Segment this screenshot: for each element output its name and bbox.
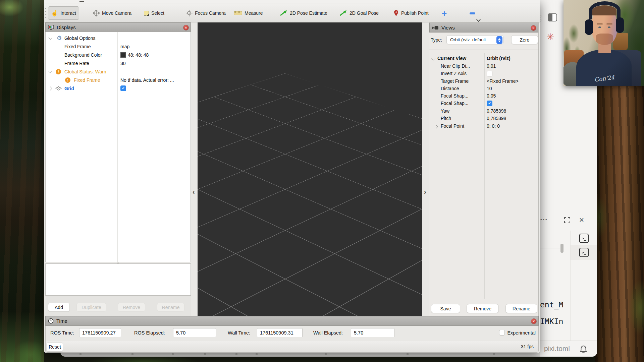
- right-splitter[interactable]: ›: [422, 22, 429, 316]
- red-pin-icon: [393, 10, 399, 16]
- views-panel-header[interactable]: Views ✕: [429, 23, 538, 33]
- tree-row-grid[interactable]: Grid ✓: [46, 84, 191, 93]
- focal-shape-checkbox[interactable]: ✓: [487, 101, 492, 106]
- invert-z-checkbox[interactable]: [487, 71, 492, 76]
- ros-time-input[interactable]: 1761150909.27: [79, 328, 121, 337]
- views-close-button[interactable]: ✕: [531, 25, 536, 31]
- views-camera-icon: [432, 25, 439, 30]
- row-value[interactable]: 0,785398: [487, 116, 506, 121]
- view-row-focal-shape-fixed[interactable]: Focal Shap... ✓: [429, 101, 538, 108]
- tool-2d-pose-estimate[interactable]: 2D Pose Estimate: [277, 6, 330, 20]
- row-label: Current View: [437, 56, 466, 61]
- toolbar-overflow-chevron-icon[interactable]: [476, 17, 481, 22]
- chevron-down-icon[interactable]: [48, 69, 52, 73]
- bell-icon[interactable]: [579, 345, 588, 354]
- duplicate-display-button[interactable]: Duplicate: [76, 303, 106, 312]
- row-value[interactable]: 0,01: [487, 63, 496, 69]
- view-row-target-frame[interactable]: Target Frame <Fixed Frame>: [429, 78, 538, 86]
- grid-enabled-checkbox[interactable]: ✓: [120, 85, 126, 91]
- view-type-combobox[interactable]: Orbit (rviz_default: [446, 35, 503, 44]
- headphones-earcup: [616, 17, 624, 33]
- displays-panel-header[interactable]: Displays ✕: [45, 22, 191, 32]
- divider: [540, 248, 560, 248]
- close-icon[interactable]: ✕: [579, 216, 584, 224]
- tool-select[interactable]: Select: [141, 6, 167, 20]
- divider: [556, 216, 556, 230]
- collapse-right-chevron[interactable]: ›: [424, 188, 426, 196]
- more-options-icon[interactable]: •••: [540, 217, 548, 222]
- view-row-pitch[interactable]: Pitch 0,785398: [429, 116, 538, 123]
- chevron-right-icon[interactable]: [48, 86, 52, 90]
- row-value[interactable]: <Fixed Frame>: [487, 78, 519, 84]
- view-row-invert-z[interactable]: Invert Z Axis: [429, 71, 538, 78]
- add-tool-button[interactable]: +: [442, 9, 447, 18]
- view-row-current-view[interactable]: Current View Orbit (rviz): [429, 56, 538, 63]
- zero-button[interactable]: Zero: [511, 35, 538, 44]
- wall-elapsed-input[interactable]: 5.70: [351, 328, 394, 337]
- tree-row-fixed-frame-status[interactable]: ! Fixed Frame No tf data. Actual error: …: [46, 76, 191, 84]
- tool-label: Interact: [60, 10, 76, 16]
- save-view-button[interactable]: Save: [431, 304, 460, 313]
- ros-elapsed-input[interactable]: 5.70: [173, 328, 216, 337]
- terminal-icon[interactable]: >_: [579, 234, 589, 243]
- row-value[interactable]: 10: [487, 86, 492, 91]
- terminal-icon[interactable]: >_: [579, 248, 589, 257]
- 3d-viewport[interactable]: [198, 22, 422, 316]
- view-row-yaw[interactable]: Yaw 0,785398: [429, 108, 538, 116]
- view-type-value: Orbit (rviz_default: [450, 37, 486, 42]
- tool-label: Move Camera: [102, 10, 131, 16]
- tool-publish-point[interactable]: Publish Point: [391, 6, 431, 20]
- view-row-near-clip[interactable]: Near Clip Di... 0,01: [429, 63, 538, 71]
- rename-display-button[interactable]: Rename: [157, 303, 184, 312]
- reset-button[interactable]: Reset: [47, 343, 63, 351]
- remove-tool-button[interactable]: [470, 12, 475, 14]
- tool-move-camera[interactable]: Move Camera: [90, 6, 134, 20]
- view-row-focal-shape-size[interactable]: Focal Shap... 0,05: [429, 93, 538, 101]
- chevron-right-icon[interactable]: [434, 125, 438, 128]
- color-swatch[interactable]: [120, 52, 126, 58]
- view-type-row: Type: Orbit (rviz_default Zero: [429, 35, 538, 45]
- tree-row-fixed-frame[interactable]: Fixed Frame map: [46, 42, 191, 51]
- chevron-down-icon[interactable]: [48, 36, 52, 39]
- add-display-button[interactable]: Add: [48, 303, 70, 312]
- scrollbar-thumb[interactable]: [560, 244, 564, 253]
- row-value[interactable]: 0,05: [487, 93, 496, 99]
- tool-focus-camera[interactable]: Focus Camera: [183, 6, 228, 20]
- remove-display-button[interactable]: Remove: [118, 303, 145, 312]
- tool-2d-goal-pose[interactable]: 2D Goal Pose: [336, 6, 381, 20]
- row-value[interactable]: 30: [120, 61, 126, 66]
- tree-row-frame-rate[interactable]: Frame Rate 30: [46, 59, 191, 67]
- rename-view-button[interactable]: Rename: [505, 304, 537, 313]
- row-value[interactable]: 0,785398: [487, 108, 506, 114]
- chevron-down-icon[interactable]: [431, 57, 435, 60]
- toolbar-grip-handle[interactable]: [45, 8, 46, 19]
- clock-icon: [48, 318, 54, 324]
- statusbar-filename[interactable]: pixi.toml: [544, 345, 570, 353]
- starburst-icon[interactable]: ✳: [546, 32, 554, 43]
- displays-close-button[interactable]: ✕: [183, 25, 189, 30]
- time-close-button[interactable]: ✕: [531, 319, 536, 324]
- row-value[interactable]: 0; 0; 0: [487, 123, 500, 129]
- tree-row-background-color[interactable]: Background Color 48; 48; 48: [46, 51, 191, 59]
- left-splitter[interactable]: ‹: [191, 22, 198, 316]
- tool-interact[interactable]: ☝ Interact: [48, 6, 79, 20]
- tree-row-global-options[interactable]: ⚙ Global Options: [46, 34, 191, 42]
- experimental-checkbox[interactable]: [499, 330, 505, 336]
- combobox-stepper-icon[interactable]: [496, 36, 502, 44]
- row-value[interactable]: map: [120, 44, 129, 49]
- code-text-line: IMKIn: [540, 317, 563, 326]
- collapse-left-chevron[interactable]: ‹: [193, 188, 195, 196]
- remove-view-button[interactable]: Remove: [467, 304, 499, 313]
- view-row-focal-point[interactable]: Focal Point 0; 0; 0: [429, 123, 538, 131]
- time-panel-header[interactable]: Time ✕: [45, 316, 539, 326]
- person-eye: [608, 26, 610, 28]
- fullscreen-icon[interactable]: [563, 216, 571, 224]
- view-row-distance[interactable]: Distance 10: [429, 86, 538, 93]
- tree-row-global-status[interactable]: ! Global Status: Warn: [46, 67, 191, 76]
- headphones-earcup: [585, 19, 593, 35]
- tool-measure[interactable]: Measure: [231, 6, 265, 20]
- row-value[interactable]: 48; 48; 48: [128, 52, 149, 58]
- sidebar-toggle-icon[interactable]: [548, 13, 557, 21]
- experimental-toggle[interactable]: Experimental: [499, 330, 536, 336]
- wall-time-input[interactable]: 1761150909.31: [257, 328, 303, 337]
